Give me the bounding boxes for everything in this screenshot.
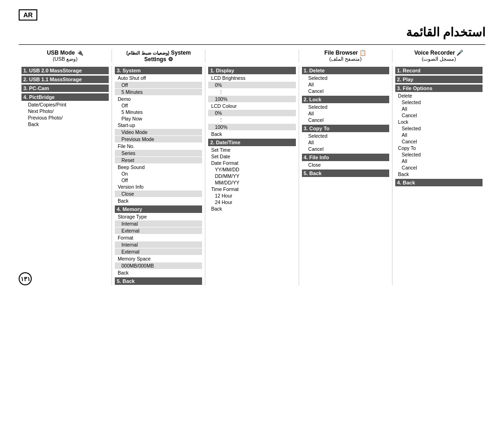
page-number: ١٣١ [19, 272, 32, 285]
section-vr-fileoptions: 3. File Options [395, 85, 483, 92]
vr-copyto: Copy To [395, 145, 483, 151]
sys-autoshut: Auto Shut off [115, 75, 202, 81]
vr-back: Back [395, 171, 483, 177]
mem-format-external: External [115, 248, 202, 255]
section-vr-record: 1. Record [395, 67, 483, 74]
vr-lock-all: All [395, 132, 483, 138]
sys-beep-off: Off [115, 177, 202, 184]
dt-setdate: Set Date [208, 153, 295, 160]
sys-fileno: File No. [115, 143, 202, 149]
column-system: 3. System Auto Shut off Off 5 Minutes De… [112, 65, 205, 285]
column-voicerecorder: 1. Record 2. Play 3. File Options Delete… [392, 65, 485, 285]
vr-copy-cancel: Cancel [395, 164, 483, 171]
vr-del-all: All [395, 106, 483, 112]
sys-5min: 5 Minutes [115, 89, 202, 95]
dt-back: Back [208, 205, 295, 212]
fb-lock-all: All [302, 110, 389, 117]
sys-reset: Reset [115, 157, 202, 163]
mem-space-value: 000MB/000MB [115, 262, 202, 269]
section-memory: 4. Memory [115, 205, 202, 213]
fb-fileinfo-close: Close [302, 162, 389, 168]
section-system-3: 3. System [115, 67, 202, 74]
disp-colour-100: 100% [208, 124, 295, 130]
sys-beep-on: On [115, 170, 202, 177]
usb-item-back: Back [21, 121, 109, 127]
col-header-filebrowser: File Browser 📋 (متصفح الملف) [299, 49, 392, 63]
sys-demo-off: Off [115, 102, 202, 109]
disp-bright-0: 0% [208, 82, 295, 88]
section-fb-copyto: 3. Copy To [302, 125, 389, 132]
disp-colour-dots: ⋮ [208, 117, 295, 123]
vr-lock-selected: Selected [395, 125, 483, 132]
ar-badge: AR [19, 9, 37, 21]
disp-colour-0: 0% [208, 110, 295, 116]
vr-delete: Delete [395, 92, 483, 99]
section-vr-play: 2. Play [395, 76, 483, 83]
vr-del-cancel: Cancel [395, 112, 483, 119]
mem-internal: Internal [115, 220, 202, 227]
usb-item-nextphoto: Next Photo/ [21, 108, 109, 114]
column-usb: 1. USB 2.0 MassStorage 2. USB 1.1 MassSt… [19, 65, 112, 285]
fb-del-cancel: Cancel [302, 88, 389, 94]
fb-copy-selected: Selected [302, 133, 389, 139]
dt-mmddyy: MM/DD/YY [208, 179, 295, 186]
section-fb-delete: 1. Delete [302, 67, 389, 74]
sys-beep: Beep Sound [115, 164, 202, 170]
dt-settime: Set Time [208, 147, 295, 153]
col-header-usb: USB Mode 🔌 (وضع USB) [19, 49, 112, 63]
mem-external: External [115, 227, 202, 234]
mem-format-internal: Internal [115, 241, 202, 248]
arabic-title: استخدام القائمة [19, 25, 485, 40]
section-datetime: 2. Date/Time [208, 139, 295, 146]
section-fb-fileinfo: 4. File Info [302, 154, 389, 161]
sys-videomode: Video Mode [115, 129, 202, 135]
col-header-voicerecorder: Voice Recorder 🎤 (مسجل الصوت) [392, 49, 485, 63]
sys-startup: Start-up [115, 122, 202, 128]
dt-ddmmyy: DD/MM/YY [208, 173, 295, 179]
vr-copy-all: All [395, 158, 483, 164]
section-vr-back: 4. Back [395, 179, 483, 186]
section-usb-3: 3. PC-Cam [21, 85, 109, 92]
dt-timeformat: Time Format [208, 186, 295, 192]
fb-lock-cancel: Cancel [302, 117, 389, 123]
sys-off: Off [115, 82, 202, 88]
mem-format: Format [115, 234, 202, 241]
fb-del-selected: Selected [302, 75, 389, 81]
section-usb-1: 1. USB 2.0 MassStorage [21, 67, 109, 74]
dt-dateformat: Date Format [208, 160, 295, 166]
vr-lock-cancel: Cancel [395, 138, 483, 145]
section-fb-lock: 2. Lock [302, 96, 389, 103]
disp-bright-100: 100% [208, 96, 295, 102]
usb-item-datecopy: Date/Copies/Print [21, 101, 109, 108]
dt-yymmdd: YY/MM/DD [208, 166, 295, 173]
vr-del-selected: Selected [395, 99, 483, 106]
columns-wrapper: 1. USB 2.0 MassStorage 2. USB 1.1 MassSt… [19, 65, 485, 285]
mem-space: Memory Space [115, 255, 202, 262]
sys-series: Series [115, 150, 202, 156]
disp-lcd-bright: LCD Brightness [208, 75, 295, 81]
disp-lcd-colour: LCD Colour [208, 103, 295, 109]
dt-12hour: 12 Hour [208, 192, 295, 199]
sys-close: Close [115, 191, 202, 197]
dt-24hour: 24 Hour [208, 199, 295, 205]
page-container: AR استخدام القائمة USB Mode 🔌 (وضع USB) … [0, 0, 504, 295]
sys-back: Back [115, 198, 202, 204]
vr-lock: Lock [395, 119, 483, 125]
col-header-display [205, 49, 299, 63]
usb-item-prevphoto: Previous Photo/ [21, 114, 109, 121]
section-usb-4: 4. PictBridge [21, 93, 109, 101]
sys-prevmode: Previous Mode [115, 136, 202, 142]
section-fb-back: 5. Back [302, 170, 389, 177]
sys-versioninfo: Version Info [115, 184, 202, 190]
sys-demo-5min: 5 Minutes [115, 109, 202, 115]
col-header-system: (وضعيات ضبط النظام) System Settings ⚙ [112, 49, 205, 63]
fb-copy-all: All [302, 139, 389, 146]
fb-del-all: All [302, 81, 389, 88]
section-usb-2: 2. USB 1.1 MassStorage [21, 76, 109, 83]
mem-back: Back [115, 269, 202, 276]
disp-bright-dots: ⋮ [208, 89, 295, 95]
fb-copy-cancel: Cancel [302, 146, 389, 152]
sys-demo-playnow: Play Now [115, 115, 202, 122]
section-sys-back: 5. Back [115, 277, 202, 285]
column-display: 1. Display LCD Brightness 0% ⋮ 100% LCD … [205, 65, 299, 285]
